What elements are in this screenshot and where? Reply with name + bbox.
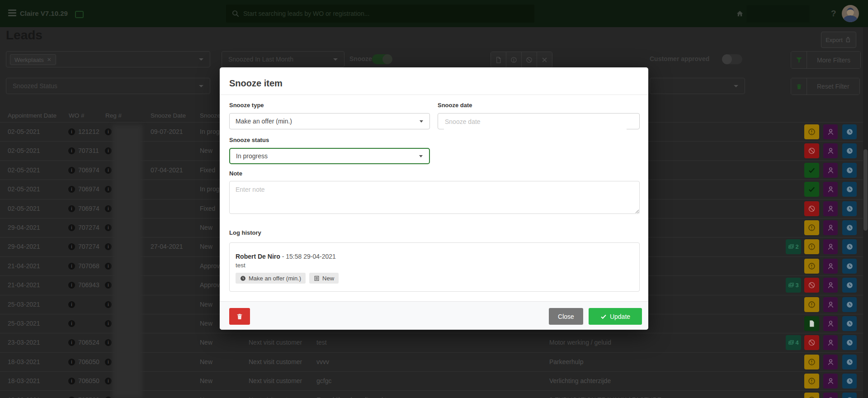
reg-info-icon[interactable]: i: [105, 224, 112, 231]
wo-info-icon[interactable]: i: [68, 263, 75, 270]
help-icon[interactable]: ?: [831, 0, 836, 27]
reg-info-icon[interactable]: i: [105, 263, 112, 270]
snooze-clock-button[interactable]: [842, 316, 857, 331]
customer-button[interactable]: [823, 201, 838, 216]
reg-info-icon[interactable]: i: [105, 147, 112, 154]
lead-status-action-button[interactable]: [804, 278, 819, 293]
wo-info-icon[interactable]: i: [68, 186, 75, 193]
wo-info-icon[interactable]: i: [68, 224, 75, 231]
snooze-clock-button[interactable]: [842, 220, 857, 235]
customer-approved-toggle[interactable]: [722, 54, 742, 64]
clear-filter-button[interactable]: [537, 52, 552, 67]
menu-icon[interactable]: [8, 9, 16, 17]
snooze-clock-button[interactable]: [842, 355, 857, 370]
lead-status-action-button[interactable]: [804, 316, 819, 331]
snoozed-toggle[interactable]: [372, 54, 392, 64]
reset-filter-button[interactable]: Reset Filter: [791, 78, 860, 95]
lead-status-action-button[interactable]: [804, 374, 819, 389]
reg-info-icon[interactable]: i: [105, 282, 112, 289]
lead-status-action-button[interactable]: [804, 393, 819, 398]
reg-info-icon[interactable]: i: [105, 301, 112, 308]
snoozed-status-select[interactable]: Snoozed Status: [6, 78, 210, 94]
home-icon[interactable]: [736, 10, 744, 17]
customer-button[interactable]: [823, 182, 838, 197]
export-button[interactable]: Export: [821, 32, 856, 48]
customer-button[interactable]: [823, 297, 838, 312]
warning-filter-button[interactable]: [506, 52, 522, 67]
lead-status-action-button[interactable]: [804, 124, 819, 139]
customer-button[interactable]: [823, 355, 838, 370]
snooze-clock-button[interactable]: [842, 182, 857, 197]
lead-status-action-button[interactable]: [804, 355, 819, 370]
snooze-clock-button[interactable]: [842, 374, 857, 389]
wo-info-icon[interactable]: i: [68, 282, 75, 289]
search-input[interactable]: Start searching leads by WO or registrat…: [226, 5, 534, 23]
snooze-date-input[interactable]: [444, 114, 627, 130]
scrollbar-thumb[interactable]: [863, 149, 868, 231]
wo-info-icon[interactable]: i: [68, 167, 75, 174]
wo-info-icon[interactable]: i: [68, 205, 75, 212]
customer-button[interactable]: [823, 278, 838, 293]
reg-info-icon[interactable]: i: [105, 378, 112, 384]
delete-snooze-button[interactable]: [229, 308, 250, 325]
snooze-clock-button[interactable]: [842, 278, 857, 293]
customer-button[interactable]: [823, 239, 838, 254]
customer-button[interactable]: [823, 374, 838, 389]
customer-button[interactable]: [823, 335, 838, 350]
wo-info-icon[interactable]: i: [68, 339, 75, 346]
photos-count-button[interactable]: 2: [786, 239, 801, 254]
customer-button[interactable]: [823, 316, 838, 331]
snooze-clock-button[interactable]: [842, 393, 857, 398]
snoozed-period-select[interactable]: Snoozed In Last Month: [222, 51, 344, 67]
customer-button[interactable]: [823, 143, 838, 158]
photos-count-button[interactable]: 4: [786, 335, 801, 350]
reg-info-icon[interactable]: i: [105, 243, 112, 250]
customer-button[interactable]: [823, 259, 838, 274]
snooze-status-select[interactable]: In progress: [229, 148, 430, 164]
department-filter-select[interactable]: Werkplaats ✕: [6, 51, 210, 67]
reg-info-icon[interactable]: i: [105, 359, 112, 365]
snooze-clock-button[interactable]: [842, 124, 857, 139]
lead-status-action-button[interactable]: [804, 163, 819, 178]
more-filters-button[interactable]: More Filters: [791, 51, 861, 69]
close-button[interactable]: Close: [549, 308, 583, 325]
wo-info-icon[interactable]: i: [68, 128, 75, 135]
reg-info-icon[interactable]: i: [105, 339, 112, 346]
snooze-clock-button[interactable]: [842, 297, 857, 312]
lead-status-action-button[interactable]: [804, 239, 819, 254]
lead-status-action-button[interactable]: [804, 143, 819, 158]
customer-button[interactable]: [823, 124, 838, 139]
reg-info-icon[interactable]: i: [105, 205, 112, 212]
snooze-clock-button[interactable]: [842, 239, 857, 254]
lead-status-action-button[interactable]: [804, 335, 819, 350]
reg-info-icon[interactable]: i: [105, 167, 112, 174]
snooze-date-field[interactable]: [438, 113, 640, 129]
snooze-clock-button[interactable]: [842, 335, 857, 350]
reg-info-icon[interactable]: i: [105, 128, 112, 135]
snooze-clock-button[interactable]: [842, 163, 857, 178]
lead-status-action-button[interactable]: [804, 220, 819, 235]
lead-status-action-button[interactable]: [804, 201, 819, 216]
lead-status-action-button[interactable]: [804, 297, 819, 312]
document-filter-button[interactable]: [491, 52, 506, 67]
user-avatar[interactable]: [842, 5, 859, 22]
ban-filter-button[interactable]: [522, 52, 537, 67]
snooze-clock-button[interactable]: [842, 259, 857, 274]
lead-status-action-button[interactable]: [804, 182, 819, 197]
customer-button[interactable]: [823, 163, 838, 178]
reg-info-icon[interactable]: i: [105, 186, 112, 193]
snooze-clock-button[interactable]: [842, 143, 857, 158]
wo-info-icon[interactable]: i: [68, 243, 75, 250]
reg-info-icon[interactable]: i: [105, 320, 112, 327]
photos-count-button[interactable]: 3: [786, 278, 801, 293]
vertical-scrollbar[interactable]: [863, 27, 868, 398]
snooze-type-select[interactable]: Make an offer (min.): [229, 113, 430, 129]
wo-info-icon[interactable]: i: [68, 320, 75, 327]
wo-info-icon[interactable]: i: [68, 301, 75, 308]
wo-info-icon[interactable]: i: [68, 378, 75, 384]
customer-button[interactable]: [823, 220, 838, 235]
wo-info-icon[interactable]: i: [68, 359, 75, 365]
update-button[interactable]: Update: [589, 308, 642, 325]
customer-button[interactable]: [823, 393, 838, 398]
wo-info-icon[interactable]: i: [68, 147, 75, 154]
